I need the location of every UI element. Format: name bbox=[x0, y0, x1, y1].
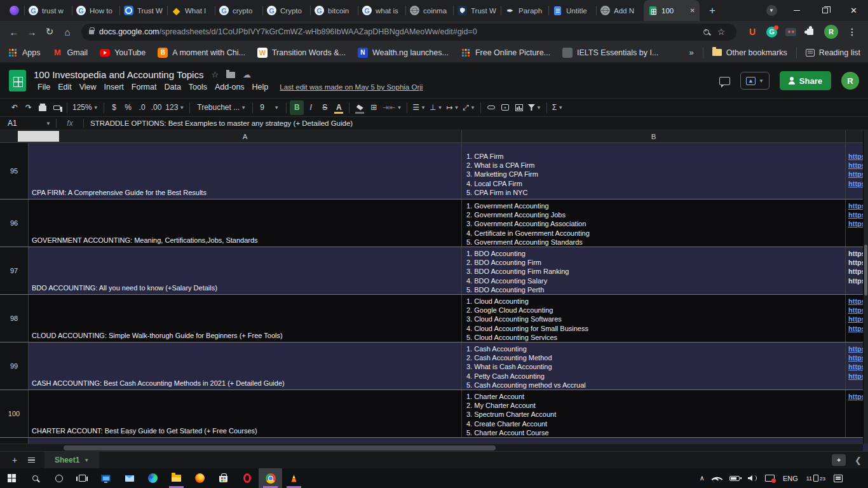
comment-history-icon[interactable] bbox=[719, 77, 730, 85]
insert-chart-button[interactable] bbox=[512, 100, 526, 115]
cell-column-c-links[interactable]: https https https https bbox=[846, 295, 863, 342]
account-avatar[interactable]: R bbox=[841, 72, 859, 90]
tray-expand-icon[interactable]: ∧ bbox=[700, 474, 705, 482]
explore-button[interactable]: ✦ bbox=[832, 454, 846, 466]
bookmarks-overflow-icon[interactable]: » bbox=[689, 48, 694, 57]
taskbar-app-button[interactable] bbox=[0, 468, 24, 488]
taskbar-app-button[interactable] bbox=[259, 468, 282, 488]
browser-tab[interactable]: Trust W ✕ bbox=[119, 0, 167, 21]
menu-item[interactable]: Add-ons bbox=[211, 82, 248, 92]
functions-button[interactable]: Σ▼ bbox=[550, 100, 565, 115]
media-controls-button[interactable]: ▼ bbox=[761, 0, 782, 21]
cell-column-b[interactable]: 1. Charter Account 2. My Charter Account… bbox=[462, 390, 846, 437]
taskbar-app-button[interactable] bbox=[282, 468, 306, 488]
merge-cells-button[interactable]: ⇥⇤▼ bbox=[381, 100, 403, 115]
vertical-scroll-thumb[interactable] bbox=[864, 245, 867, 295]
present-button[interactable]: ▲ ▼ bbox=[740, 72, 770, 90]
taskbar-app-button[interactable] bbox=[235, 468, 259, 488]
browser-tab[interactable]: Paraph ✕ bbox=[501, 0, 548, 21]
cell-column-a[interactable]: CPA FIRM: A Comprehensive Guide for the … bbox=[29, 143, 462, 199]
cell-column-b[interactable]: 1. Cloud Accounting 2. Google Cloud Acco… bbox=[462, 295, 846, 342]
browser-tab[interactable]: coinma ✕ bbox=[405, 0, 453, 21]
borders-button[interactable]: ⊞ bbox=[367, 100, 381, 115]
chrome-menu-icon[interactable]: ⋮ bbox=[846, 26, 858, 37]
taskbar-app-button[interactable] bbox=[165, 468, 188, 488]
address-bar[interactable]: docs.google.com /spreadsheets/d/1CoUPbIV… bbox=[81, 24, 736, 41]
column-header-a[interactable]: A bbox=[29, 130, 462, 142]
star-icon[interactable]: ☆ bbox=[211, 70, 219, 79]
create-filter-button[interactable]: ▼ bbox=[526, 100, 543, 115]
volume-icon[interactable] bbox=[748, 475, 757, 481]
row-number[interactable]: 96 bbox=[0, 200, 29, 247]
row-number[interactable]: 98 bbox=[0, 295, 29, 342]
fill-color-button[interactable] bbox=[353, 100, 367, 115]
taskbar-app-button[interactable] bbox=[94, 468, 118, 488]
menu-item[interactable]: Data bbox=[160, 82, 184, 92]
bookmark-item[interactable]: Gmail bbox=[53, 48, 88, 58]
cell-column-b[interactable]: 1. Government Accounting 2. Government A… bbox=[462, 200, 846, 247]
bold-button[interactable]: B bbox=[290, 100, 304, 115]
column-header-b[interactable]: B bbox=[462, 130, 846, 142]
browser-tab[interactable]: What I ✕ bbox=[167, 0, 215, 21]
profile-avatar[interactable]: R bbox=[824, 25, 838, 39]
battery-icon[interactable] bbox=[729, 476, 740, 481]
reading-list[interactable]: Reading list bbox=[806, 48, 860, 57]
strikethrough-button[interactable]: S bbox=[318, 100, 332, 115]
font-size-select[interactable]: 9▼ bbox=[256, 100, 283, 115]
zoom-select[interactable]: 125%▼ bbox=[71, 100, 100, 115]
bookmark-item[interactable]: Apps bbox=[8, 48, 41, 58]
increase-decimal-button[interactable]: .00 bbox=[149, 100, 164, 115]
text-wrap-button[interactable]: ↦▼ bbox=[444, 100, 461, 115]
menu-item[interactable]: Insert bbox=[100, 82, 128, 92]
text-rotation-button[interactable]: ⤢▼ bbox=[461, 100, 477, 115]
row-number[interactable]: 100 bbox=[0, 390, 29, 437]
taskbar-app-button[interactable] bbox=[47, 468, 71, 488]
extensions-puzzle-icon[interactable] bbox=[804, 26, 816, 37]
document-title[interactable]: 100 Investopedia and Accounting Topics bbox=[34, 69, 203, 80]
menu-item[interactable]: File bbox=[34, 82, 54, 92]
taskbar-app-button[interactable] bbox=[71, 468, 94, 488]
undo-button[interactable]: ↶ bbox=[8, 100, 22, 115]
vertical-scrollbar[interactable] bbox=[863, 130, 868, 444]
redo-button[interactable]: ↷ bbox=[22, 100, 36, 115]
bookmark-item[interactable]: Free Online Picture... bbox=[461, 48, 550, 58]
action-center-icon[interactable] bbox=[834, 475, 843, 482]
format-currency-button[interactable]: $ bbox=[107, 100, 121, 115]
spy-extension-icon[interactable] bbox=[785, 28, 796, 36]
wifi-icon[interactable] bbox=[711, 473, 722, 485]
clock-widget[interactable]: 11 23 bbox=[806, 475, 825, 482]
horizontal-align-button[interactable]: ☰▼ bbox=[410, 100, 428, 115]
taskbar-app-button[interactable] bbox=[212, 468, 235, 488]
taskbar-app-button[interactable] bbox=[24, 468, 47, 488]
cell-column-c-links[interactable]: https https https bbox=[846, 200, 863, 247]
text-color-button[interactable]: A bbox=[332, 100, 346, 115]
close-button[interactable]: ✕ bbox=[839, 0, 868, 21]
cell-column-b[interactable]: 1. BDO Accounting 2. BDO Accounting Firm… bbox=[462, 247, 846, 294]
cell-column-a[interactable]: CLOUD ACCOUNTING: Simple Walk-thorugh Gu… bbox=[29, 295, 462, 342]
forward-button[interactable]: → bbox=[23, 23, 41, 41]
cell-column-c-links[interactable]: https https https https bbox=[846, 342, 863, 390]
font-select[interactable]: Trebuchet ...▼ bbox=[193, 100, 249, 115]
browser-tab[interactable]: How to ✕ bbox=[72, 0, 119, 21]
browser-tab[interactable]: Trust W ✕ bbox=[453, 0, 501, 21]
paint-format-button[interactable] bbox=[50, 100, 64, 115]
new-tab-button[interactable]: + bbox=[703, 3, 721, 19]
pinned-tab[interactable] bbox=[4, 0, 24, 21]
menu-item[interactable]: Tools bbox=[185, 82, 211, 92]
browser-tab[interactable]: bitcoin ✕ bbox=[310, 0, 358, 21]
cell-column-b[interactable]: 1. CPA Firm 2. What is a CPA Firm 3. Mar… bbox=[462, 143, 846, 199]
last-edit-link[interactable]: Last edit was made on May 5 by Sophia Or… bbox=[280, 83, 423, 91]
name-box[interactable]: A1 ▼ bbox=[0, 119, 56, 128]
italic-button[interactable]: I bbox=[304, 100, 318, 115]
browser-tab[interactable]: Add N ✕ bbox=[596, 0, 644, 21]
bookmark-star-icon[interactable]: ☆ bbox=[714, 24, 729, 39]
browser-tab[interactable]: trust w ✕ bbox=[24, 0, 72, 21]
cast-notification-icon[interactable] bbox=[765, 475, 775, 482]
browser-tab[interactable]: what is ✕ bbox=[358, 0, 405, 21]
insert-link-button[interactable] bbox=[484, 100, 498, 115]
row-number[interactable]: 97 bbox=[0, 247, 29, 294]
print-button[interactable] bbox=[36, 100, 50, 115]
row-number[interactable]: 99 bbox=[0, 342, 29, 390]
cell-column-a[interactable]: GOVERNMENT ACCOUNTING: Meaning, Certific… bbox=[29, 200, 462, 247]
row-number[interactable]: 95 bbox=[0, 143, 29, 199]
